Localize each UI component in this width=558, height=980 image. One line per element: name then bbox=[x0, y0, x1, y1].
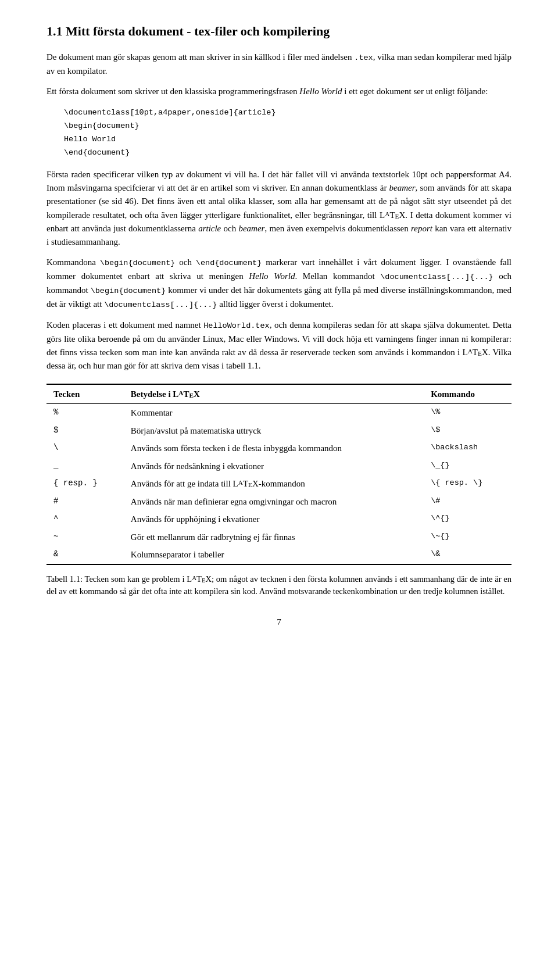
code-line-2: \begin{document} bbox=[64, 120, 512, 133]
table-cell-symbol: _ bbox=[46, 457, 124, 475]
table-cell-symbol: % bbox=[46, 404, 124, 422]
table-row: ~ Gör ett mellanrum där radbrytning ej f… bbox=[46, 528, 512, 546]
special-characters-table: Tecken Betydelse i LATEX Kommando % Komm… bbox=[46, 384, 512, 565]
table-cell-command: \~{} bbox=[424, 528, 512, 546]
table-cell-meaning: Används för att ge indata till LATEX-kom… bbox=[124, 475, 424, 493]
table-cell-meaning: Används som första tecken i de flesta in… bbox=[124, 439, 424, 457]
table-cell-meaning: Används för nedsänkning i ekvationer bbox=[124, 457, 424, 475]
table-cell-symbol: # bbox=[46, 493, 124, 511]
table-header-symbol: Tecken bbox=[46, 384, 124, 404]
table-cell-meaning: Används när man definierar egna omgivnin… bbox=[124, 493, 424, 511]
table-cell-meaning: Gör ett mellanrum där radbrytning ej får… bbox=[124, 528, 424, 546]
section-title: 1.1 Mitt första dokument - tex-filer och… bbox=[46, 23, 512, 40]
table-caption: Tabell 1.1: Tecken som kan ge problem i … bbox=[46, 573, 512, 599]
table-cell-command: \backslash bbox=[424, 439, 512, 457]
table-cell-symbol: $ bbox=[46, 422, 124, 440]
body-paragraph-1: Första raden specificerar vilken typ av … bbox=[46, 168, 512, 249]
code-line-4: \end{document} bbox=[64, 146, 512, 160]
table-row: { resp. } Används för att ge indata till… bbox=[46, 475, 512, 493]
table-cell-meaning: Kolumnseparator i tabeller bbox=[124, 546, 424, 564]
table-cell-command: \& bbox=[424, 546, 512, 564]
table-header-command: Kommando bbox=[424, 384, 512, 404]
table-cell-command: \# bbox=[424, 493, 512, 511]
table-cell-command: \$ bbox=[424, 422, 512, 440]
table-cell-command: \% bbox=[424, 404, 512, 422]
table-cell-command: \^{} bbox=[424, 510, 512, 528]
table-cell-command: \{ resp. \} bbox=[424, 475, 512, 493]
table-row: $ Början/avslut på matematiska uttryck \… bbox=[46, 422, 512, 440]
table-row: & Kolumnseparator i tabeller \& bbox=[46, 546, 512, 564]
code-line-3: Hello World bbox=[64, 133, 512, 146]
table-cell-symbol: { resp. } bbox=[46, 475, 124, 493]
table-row: # Används när man definierar egna omgivn… bbox=[46, 493, 512, 511]
table-row: % Kommentar \% bbox=[46, 404, 512, 422]
table-row: _ Används för nedsänkning i ekvationer \… bbox=[46, 457, 512, 475]
table-cell-symbol: ^ bbox=[46, 510, 124, 528]
body-paragraph-3: Koden placeras i ett dokument med namnet… bbox=[46, 319, 512, 373]
intro-paragraph-1: De dokument man gör skapas genom att man… bbox=[46, 51, 512, 78]
table-cell-symbol: & bbox=[46, 546, 124, 564]
table-cell-symbol: ~ bbox=[46, 528, 124, 546]
code-line-1: \documentclass[10pt,a4paper,oneside]{art… bbox=[64, 106, 512, 120]
code-example: \documentclass[10pt,a4paper,oneside]{art… bbox=[64, 106, 512, 160]
table-cell-meaning: Används för upphöjning i ekvationer bbox=[124, 510, 424, 528]
page-number: 7 bbox=[46, 616, 512, 629]
table-header-meaning: Betydelse i LATEX bbox=[124, 384, 424, 404]
table-cell-command: \_{} bbox=[424, 457, 512, 475]
table-cell-meaning: Kommentar bbox=[124, 404, 424, 422]
table-row: \ Används som första tecken i de flesta … bbox=[46, 439, 512, 457]
intro-paragraph-2: Ett första dokument som skriver ut den k… bbox=[46, 85, 512, 98]
code-tex-extension: .tex bbox=[354, 53, 373, 62]
table-row: ^ Används för upphöjning i ekvationer \^… bbox=[46, 510, 512, 528]
table-cell-meaning: Början/avslut på matematiska uttryck bbox=[124, 422, 424, 440]
table-cell-symbol: \ bbox=[46, 439, 124, 457]
body-paragraph-2: Kommandona \begin{document} och \end{doc… bbox=[46, 256, 512, 312]
